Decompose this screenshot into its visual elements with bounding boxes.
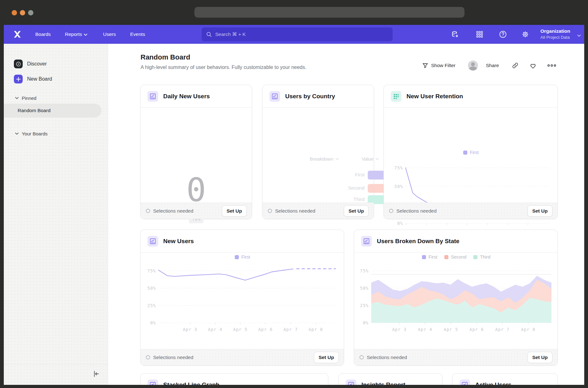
svg-text:Apr 6: Apr 6 [470,327,484,332]
set-up-button[interactable]: Set Up [527,205,552,217]
breakdown-dropdown[interactable]: Breakdown [310,156,339,162]
card-users-by-state: Users Broken Down By State FirstSecondTh… [354,230,558,366]
card-title: New User Retention [406,93,463,100]
chart-legend: First [384,150,558,155]
card-title: Daily New Users [163,93,210,100]
chevron-down-icon [15,133,19,135]
svg-text:25%: 25% [360,303,369,308]
svg-text:50%: 50% [147,286,156,291]
browser-address-bar[interactable] [194,7,464,18]
sidebar-item-discover[interactable]: Discover [4,57,108,71]
card-users-by-country: Users by Country Breakdown Value FirstSe… [262,85,374,219]
favorite-heart-icon[interactable] [529,60,537,71]
radio-circle-icon [359,355,364,360]
sidebar-collapse-icon[interactable] [92,370,100,378]
svg-text:75%: 75% [395,165,403,170]
plus-icon [14,75,23,83]
card-title: New Users [163,238,194,245]
radio-circle-icon [389,208,394,213]
card-title: Active Users [475,381,511,385]
insights-chart-icon [459,379,470,385]
set-up-button[interactable]: Set Up [222,205,247,217]
new-users-line-chart: 75%50%25%0%Apr 3Apr 4Apr 5Apr 6Apr 7Apr … [142,264,341,335]
legend-color-chip [463,151,467,155]
sidebar-divider [4,364,108,365]
set-up-button[interactable]: Set Up [344,205,369,217]
value-dropdown[interactable]: Value [362,156,379,162]
chart-legend: FirstSecondThird [354,254,558,260]
svg-text:0%: 0% [397,221,403,226]
svg-text:Apr 4: Apr 4 [208,327,222,332]
insights-chart-icon [147,236,158,247]
page-title: Random Board [141,53,190,61]
window-frame-bottom [0,385,588,388]
legend-item: Third [473,254,490,260]
set-up-button[interactable]: Set Up [527,352,552,363]
search-icon [206,31,212,37]
window-close-button[interactable] [12,10,17,15]
organization-name: Organization [540,28,570,35]
retention-line-chart: 75%50%25%0%<Day 1Day 2Day 3Day 4Day 5Day… [391,160,554,237]
sidebar-section-pinned[interactable]: Pinned [4,93,108,103]
sidebar-item-new-board[interactable]: New Board [4,72,108,86]
board-content: Random Board A high-level summary of use… [108,44,584,385]
show-filter-button[interactable]: Show Filter [422,60,456,71]
share-button[interactable]: Share [486,60,499,71]
window-zoom-button[interactable] [28,10,33,15]
svg-text:Apr 6: Apr 6 [258,327,273,332]
svg-text:75%: 75% [360,268,369,273]
card-daily-new-users: Daily New Users 0 Total ↑0% Selections n… [140,85,252,219]
insights-chart-icon [346,379,356,385]
avatar[interactable] [468,60,478,71]
svg-text:Apr 8: Apr 8 [308,327,323,332]
legend-color-chip [444,255,448,259]
svg-text:0%: 0% [150,320,156,325]
sidebar-item-label: Discover [27,61,47,67]
svg-text:Apr 5: Apr 5 [444,327,458,332]
sidebar-item-random-board[interactable]: Random Board [4,104,101,117]
page-subtitle: A high-level summary of user behaviors. … [141,65,306,70]
svg-text:50%: 50% [360,286,369,291]
radio-circle-icon [146,208,150,213]
chart-legend: First [141,254,344,260]
legend-item: Second [444,254,466,260]
help-icon[interactable] [499,30,507,39]
mixpanel-logo-icon[interactable] [13,30,21,38]
card-stacked-line-graph: Stacked Line Graph [140,373,328,385]
nav-item-boards[interactable]: Boards [35,25,51,44]
svg-text:50%: 50% [395,184,403,189]
data-management-icon[interactable] [451,30,459,39]
settings-gear-icon[interactable] [521,30,530,39]
card-new-user-retention: New User Retention First 75%50%25%0%<Day… [383,85,558,219]
chevron-down-icon [336,158,339,160]
card-title: Users by Country [285,93,335,100]
copy-link-icon[interactable] [512,60,519,71]
svg-text:Apr 3: Apr 3 [183,327,197,332]
set-up-button[interactable]: Set Up [314,352,339,363]
legend-item: First [235,254,250,260]
legend-color-chip [422,255,426,259]
legend-color-chip [473,255,477,259]
top-navigation-bar: Boards Reports Users Events Search ⌘ + K [4,25,584,44]
window-traffic-lights[interactable] [12,10,33,15]
more-options-icon[interactable] [547,60,556,71]
svg-text:Apr 5: Apr 5 [233,327,248,332]
filter-funnel-icon [422,63,428,69]
legend-item: First [463,150,479,155]
selections-needed-status: Selections needed [359,355,407,360]
sidebar-section-your-boards[interactable]: Your Boards [4,128,108,139]
chevron-down-icon [15,97,19,99]
metric-value: 0 [141,174,252,206]
search-input[interactable]: Search ⌘ + K [202,27,393,41]
card-title: Users Broken Down By State [377,238,459,245]
legend-item: First [422,254,437,260]
nav-item-events[interactable]: Events [130,25,145,44]
card-title: Stacked Line Graph [163,381,219,385]
nav-item-users[interactable]: Users [103,25,116,44]
apps-grid-icon[interactable] [475,30,484,39]
nav-item-reports[interactable]: Reports [65,25,87,44]
organization-switcher[interactable]: Organization All Project Data [540,28,570,40]
insights-chart-icon [269,91,280,102]
window-minimize-button[interactable] [20,10,25,15]
svg-text:0%: 0% [363,320,369,325]
